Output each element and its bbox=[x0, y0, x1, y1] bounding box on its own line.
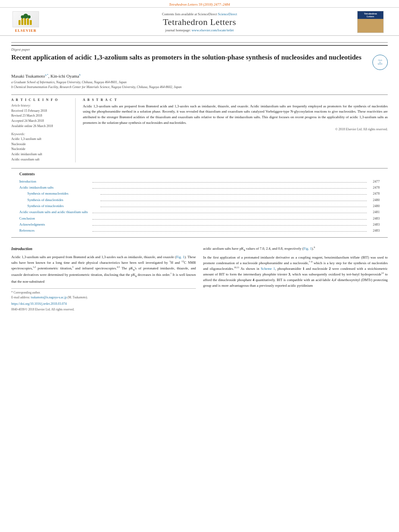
journal-homepage: journal homepage: www.elsevier.com/locat… bbox=[50, 28, 349, 32]
contents-item-acknowledgments: Acknowledgments 2483 bbox=[19, 222, 380, 228]
affiliation-b: b Chemical Instrumentation Facility, Res… bbox=[11, 85, 388, 90]
contents-conclusion-label: Conclusion bbox=[19, 216, 92, 222]
doi-url[interactable]: https://doi.org/10.1016/j.tetlet.2018.03… bbox=[11, 302, 67, 306]
author2-sup: b bbox=[79, 73, 81, 76]
sup-13C: 13 bbox=[181, 260, 184, 263]
keyword5: Acidic oxazolium salt bbox=[11, 157, 70, 162]
svg-point-6 bbox=[21, 15, 24, 18]
sub-a3: a bbox=[244, 248, 245, 251]
fig1-ref2: Fig. 1 bbox=[304, 246, 312, 251]
main-content: Digest paper Recent application of acidi… bbox=[0, 36, 399, 316]
affiliation-a: a Graduate School of Informatics, Nagoya… bbox=[11, 80, 388, 85]
ref-7-9: 7–9 bbox=[309, 261, 313, 263]
sup-1H: 1 bbox=[169, 260, 171, 263]
elsevier-logo-svg bbox=[18, 13, 34, 26]
header-right: TetrahedronLetters bbox=[357, 11, 389, 33]
contents-section: Contents Introduction 2477 Acidic imidaz… bbox=[11, 168, 388, 238]
contents-oxazolium-label: Acidic oxazolium salts and acidic thiazo… bbox=[19, 209, 92, 215]
contents-item-mononucleotides: Synthesis of mononucleotides 2478 bbox=[19, 191, 380, 197]
intro-paragraph1: Acidic 1,3-azolium salts are prepared fr… bbox=[11, 254, 196, 284]
article-info-col: A R T I C L E I N F O Article history: R… bbox=[11, 98, 76, 162]
authors-line: Masaki Tsukamotoa,*, Kin-ichi Oyamab bbox=[11, 73, 388, 78]
elsevier-logo: ELSEVIER bbox=[10, 11, 42, 33]
journal-citation: Tetrahedron Letters 59 (2018) 2477–2484 bbox=[169, 2, 230, 6]
svg-rect-3 bbox=[27, 18, 29, 25]
top-divider bbox=[11, 42, 388, 43]
footnote-corresponding: * Corresponding author. bbox=[11, 290, 196, 295]
check-updates-badge[interactable]: Checkforupdates bbox=[372, 55, 388, 70]
author2-name: Kin-ichi Oyama bbox=[51, 74, 79, 78]
body-left-col: Introduction Acidic 1,3-azolium salts ar… bbox=[11, 246, 196, 312]
body-columns: Introduction Acidic 1,3-azolium salts ar… bbox=[11, 243, 388, 312]
keyword1: Acidic 1,3-azolium salt bbox=[11, 137, 70, 142]
contents-list: Introduction 2477 Acidic imidazolium sal… bbox=[11, 179, 388, 234]
contents-item-introduction: Introduction 2477 bbox=[19, 179, 380, 185]
contents-ack-label: Acknowledgments bbox=[19, 222, 92, 228]
affiliations: a Graduate School of Informatics, Nagoya… bbox=[11, 80, 388, 90]
article-info-label: A R T I C L E I N F O bbox=[11, 98, 70, 102]
contents-title: Contents bbox=[11, 172, 388, 176]
abstract-label: A B S T R A C T bbox=[83, 98, 388, 102]
compound-2: 2 bbox=[329, 267, 331, 271]
contents-item-conclusion: Conclusion 2483 bbox=[19, 216, 380, 222]
contents-refs-label: References bbox=[19, 228, 92, 234]
received-date: Received 15 February 2018 bbox=[11, 109, 70, 114]
email-person: (M. Tsukamoto). bbox=[68, 296, 88, 299]
badge-text: Checkforupdates bbox=[378, 60, 383, 65]
ref-6: 6 bbox=[314, 246, 315, 249]
abstract-text: Acidic 1,3-azolium salts are prepared fr… bbox=[83, 104, 388, 126]
journal-top-bar: Tetrahedron Letters 59 (2018) 2477–2484 bbox=[0, 0, 399, 8]
compound-1: 1 bbox=[302, 267, 304, 271]
compound-4: 4 bbox=[253, 278, 254, 282]
ref-3: 3 bbox=[72, 266, 74, 268]
scheme1-ref: Scheme 1 bbox=[261, 267, 275, 271]
sub-a1: a bbox=[133, 267, 134, 271]
elsevier-text: ELSEVIER bbox=[15, 29, 37, 33]
article-title-area: Recent application of acidic 1,3-azolium… bbox=[11, 53, 388, 70]
contents-item-oxazolium: Acidic oxazolium salts and acidic thiazo… bbox=[19, 209, 380, 215]
article-columns: A R T I C L E I N F O Article history: R… bbox=[11, 94, 388, 162]
homepage-url[interactable]: www.elsevier.com/locate/tetlet bbox=[191, 28, 234, 32]
contents-imidazolium-label: Acidic imidazolium salts bbox=[19, 185, 92, 191]
contents-available-text: Contents lists available at ScienceDirec… bbox=[162, 12, 217, 16]
svg-rect-1 bbox=[21, 18, 23, 25]
article-title: Recent application of acidic 1,3-azolium… bbox=[11, 53, 372, 62]
ref-12: 12 bbox=[381, 272, 384, 274]
author1-name: Masaki Tsukamoto bbox=[11, 74, 45, 78]
svg-point-7 bbox=[27, 15, 31, 18]
ref-1: 1 bbox=[170, 272, 171, 275]
footnote-email: E-mail address: tsukamoto@is.nagoya-u.ac… bbox=[11, 295, 196, 300]
keyword2: Nucleoside bbox=[11, 142, 70, 147]
sciencedirect-link[interactable]: ScienceDirect bbox=[218, 12, 237, 16]
abstract-col: A B S T R A C T Acidic 1,3-azolium salts… bbox=[83, 98, 388, 162]
keywords-label: Keywords: bbox=[11, 132, 70, 136]
contents-item-references: References 2483 bbox=[19, 228, 380, 234]
available-date: Available online 26 March 2018 bbox=[11, 124, 70, 129]
elsevier-logo-box bbox=[12, 11, 39, 27]
keywords-section: Keywords: Acidic 1,3-azolium salt Nucleo… bbox=[11, 132, 70, 162]
contents-item-trinucleotides: Synthesis of trinucleotides 2480 bbox=[19, 203, 380, 209]
svg-rect-4 bbox=[30, 20, 32, 25]
contents-item-imidazolium: Acidic imidazolium salts 2478 bbox=[19, 185, 380, 191]
doi-line: https://doi.org/10.1016/j.tetlet.2018.03… bbox=[11, 302, 196, 307]
accepted-date: Accepted 24 March 2018 bbox=[11, 119, 70, 124]
tl-journal-thumbnail: TetrahedronLetters bbox=[357, 11, 384, 33]
body-right-para2: In the first application of a protonated… bbox=[203, 255, 388, 288]
email-address[interactable]: tsukamoto@is.nagoya-u.ac.jp bbox=[31, 296, 67, 299]
abstract-copyright: © 2018 Elsevier Ltd. All rights reserved… bbox=[83, 127, 388, 131]
svg-point-5 bbox=[23, 14, 28, 18]
revised-date: Revised 23 March 2018 bbox=[11, 113, 70, 119]
ref-1-2: 1,2 bbox=[33, 266, 36, 268]
digest-label: Digest paper bbox=[11, 45, 388, 51]
contents-di-label: Synthesis of dinucleotides bbox=[27, 197, 100, 203]
header-area: ELSEVIER Contents lists available at Sci… bbox=[0, 8, 399, 36]
tl-top: TetrahedronLetters bbox=[358, 11, 383, 19]
contents-mono-label: Synthesis of mononucleotides bbox=[27, 191, 100, 197]
ref-4-5: 4,5 bbox=[117, 266, 120, 268]
introduction-heading: Introduction bbox=[11, 246, 196, 252]
ref-10-11: 10,11 bbox=[234, 266, 239, 269]
keyword4: Acidic imidazolium salt bbox=[11, 152, 70, 157]
body-right-para1: acidic azolium salts have pKa values of … bbox=[203, 246, 388, 252]
journal-name: Tetrahedron Letters bbox=[50, 17, 349, 27]
header-center: Contents lists available at ScienceDirec… bbox=[42, 12, 357, 32]
